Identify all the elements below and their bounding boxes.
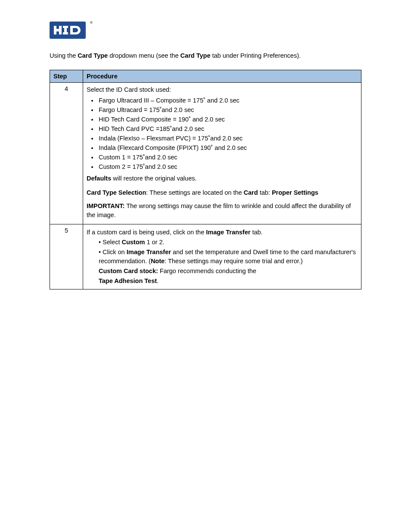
svg-rect-5	[63, 26, 68, 28]
list-item: Custom 2 = 175˚and 2.0 sec	[98, 162, 358, 171]
col-step-header: Step	[50, 70, 83, 82]
intro-paragraph: Using the Card Type dropdown menu (see t…	[50, 52, 361, 60]
list-item: Fargo Ultracard = 175˚and 2.0 sec	[98, 106, 358, 115]
col-procedure-header: Procedure	[83, 70, 361, 82]
card-type-selection-block: Card Type Selection: These settings are …	[87, 188, 358, 197]
svg-rect-7	[70, 26, 73, 34]
defaults-line: Defaults will restore the original value…	[87, 174, 358, 183]
row2-line1: If a custom card is being used, click on…	[87, 228, 358, 237]
procedure-cell-5: If a custom card is being used, click on…	[83, 224, 361, 289]
brand-logo: ®	[50, 22, 89, 40]
card-stock-list: Fargo Ultracard III – Composite = 175˚ a…	[87, 96, 358, 171]
row2-line5: Tape Adhesion Test.	[87, 277, 358, 286]
list-item: Indala (Flexcard Composite (FPIXT) 190˚ …	[98, 143, 358, 152]
procedure-table: Step Procedure 4 Select the ID Card stoc…	[50, 70, 361, 289]
hid-logo-mark	[50, 22, 86, 39]
list-item: Indala (FlexIso – Flexsmart PVC) = 175˚a…	[98, 134, 358, 143]
important-block: IMPORTANT: The wrong settings may cause …	[87, 202, 358, 220]
row2-line3: • Click on Image Transfer and set the te…	[87, 248, 358, 266]
step-number-4: 4	[50, 82, 83, 224]
table-header-row: Step Procedure	[50, 70, 361, 82]
table-row: 5 If a custom card is being used, click …	[50, 224, 361, 289]
list-item: Fargo Ultracard III – Composite = 175˚ a…	[98, 96, 358, 105]
svg-rect-3	[56, 29, 60, 31]
procedure-cell-4: Select the ID Card stock used: Fargo Ult…	[83, 82, 361, 224]
row1-lead: Select the ID Card stock used:	[87, 85, 358, 94]
registered-mark: ®	[90, 21, 93, 25]
list-item: Custom 1 = 175˚and 2.0 sec	[98, 153, 358, 162]
row2-line4: Custom Card stock: Fargo recommends cond…	[87, 267, 358, 276]
table-row: 4 Select the ID Card stock used: Fargo U…	[50, 82, 361, 224]
list-item: HID Tech Card PVC =185˚and 2.0 sec	[98, 124, 358, 134]
row2-line2: • Select Custom 1 or 2.	[87, 238, 358, 247]
list-item: HID Tech Card Composite = 190˚ and 2.0 s…	[98, 115, 358, 124]
step-number-5: 5	[50, 224, 83, 289]
svg-rect-6	[63, 32, 68, 34]
